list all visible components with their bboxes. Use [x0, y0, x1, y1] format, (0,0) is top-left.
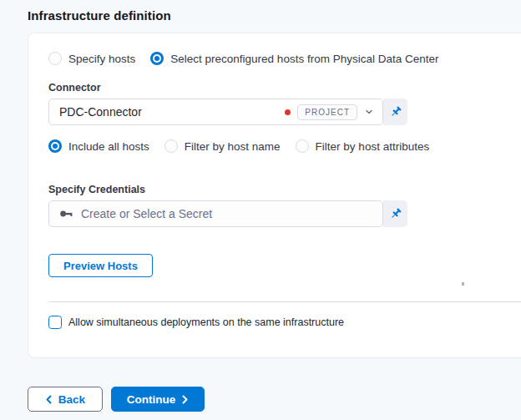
simultaneous-deployments-option[interactable]: Allow simultaneous deployments on the sa… [48, 316, 510, 329]
radio-label: Filter by host attributes [316, 140, 430, 153]
connector-label: Connector [48, 82, 510, 94]
radio-include-all-hosts[interactable]: Include all hosts [48, 139, 149, 153]
section-divider [48, 301, 521, 302]
radio-icon[interactable] [296, 139, 309, 153]
pushpin-icon [389, 105, 402, 119]
radio-label: Select preconfigured hosts from Physical… [170, 53, 438, 65]
radio-icon-selected[interactable] [48, 139, 62, 153]
continue-button[interactable]: Continue [111, 387, 205, 412]
connector-input-group: PDC-Connector PROJECT [48, 99, 407, 125]
back-button[interactable]: Back [28, 387, 103, 412]
chevron-left-icon [45, 395, 53, 404]
radio-icon[interactable] [164, 139, 178, 153]
radio-icon-selected[interactable] [150, 52, 164, 65]
chevron-down-icon[interactable] [364, 107, 374, 117]
page-title: Infrastructure definition [28, 8, 521, 23]
radio-filter-by-host-attributes[interactable]: Filter by host attributes [296, 139, 430, 153]
connector-status-dot [285, 109, 291, 115]
credentials-label: Specify Credentials [48, 184, 510, 195]
infrastructure-definition-card: Specify hosts Select preconfigured hosts… [28, 33, 521, 358]
wizard-footer: Back Continue [28, 387, 521, 412]
radio-label: Specify hosts [68, 53, 135, 65]
credentials-input-group: Create or Select a Secret [48, 200, 407, 227]
secret-placeholder: Create or Select a Secret [81, 207, 374, 220]
key-icon [59, 208, 73, 220]
chevron-right-icon [181, 395, 189, 404]
connector-select[interactable]: PDC-Connector PROJECT [48, 99, 383, 125]
radio-icon[interactable] [48, 52, 62, 65]
radio-label: Include all hosts [68, 140, 149, 153]
host-filter-radio-group: Include all hosts Filter by host name Fi… [48, 139, 510, 153]
connector-scope-badge: PROJECT [297, 104, 357, 120]
radio-specify-hosts[interactable]: Specify hosts [48, 52, 135, 65]
connector-pin-button[interactable] [383, 99, 407, 125]
radio-select-preconfigured-hosts[interactable]: Select preconfigured hosts from Physical… [150, 52, 438, 65]
host-source-radio-group: Specify hosts Select preconfigured hosts… [48, 52, 510, 65]
radio-filter-by-host-name[interactable]: Filter by host name [164, 139, 281, 153]
connector-value: PDC-Connector [59, 105, 285, 119]
checkbox-label: Allow simultaneous deployments on the sa… [68, 316, 344, 328]
continue-button-label: Continue [127, 393, 176, 406]
radio-label: Filter by host name [185, 140, 281, 153]
pushpin-icon [389, 207, 402, 220]
back-button-label: Back [58, 393, 85, 406]
preview-hosts-button[interactable]: Preview Hosts [48, 254, 153, 277]
secret-select[interactable]: Create or Select a Secret [48, 200, 383, 227]
stray-artifact-mark [462, 282, 464, 286]
credentials-pin-button[interactable] [383, 200, 407, 227]
checkbox-icon[interactable] [48, 316, 62, 329]
